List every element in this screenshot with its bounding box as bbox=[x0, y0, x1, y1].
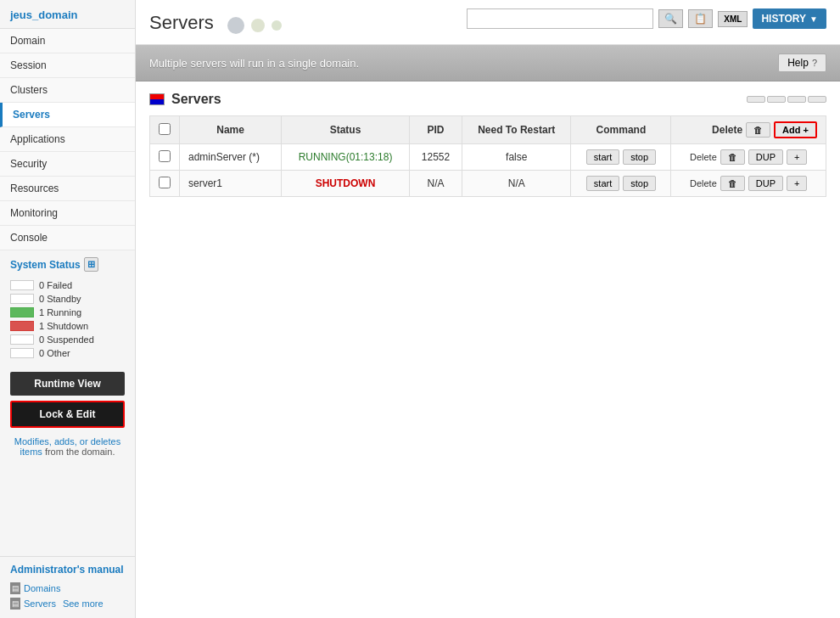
info-text: Multiple servers will run in a single do… bbox=[149, 57, 359, 70]
status-bar-shutdown bbox=[10, 321, 34, 331]
servers-section-title: Servers bbox=[149, 92, 221, 107]
node-button[interactable] bbox=[767, 96, 786, 103]
sidebar-nav-servers[interactable]: Servers bbox=[0, 103, 135, 127]
servers-table: Name Status PID Need To Restart Command … bbox=[149, 115, 826, 197]
row2-delete-label: Delete bbox=[690, 178, 717, 188]
plus-icon: + bbox=[804, 125, 809, 135]
main-content: Servers 🔍 📋 XML HISTORY ▼ bbox=[136, 0, 840, 618]
row2-checkbox-cell bbox=[150, 171, 180, 197]
row1-status: RUNNING(01:13:18) bbox=[282, 144, 410, 171]
select-all-checkbox[interactable] bbox=[159, 123, 171, 135]
decorative-circle-3 bbox=[272, 20, 282, 31]
row1-delete-button[interactable]: 🗑 bbox=[720, 149, 745, 165]
sidebar-nav-resources[interactable]: Resources bbox=[0, 177, 135, 201]
th-command: Command bbox=[571, 116, 671, 144]
sidebar-desc: Modifies, adds, or deletes items from th… bbox=[0, 436, 135, 464]
row1-checkbox[interactable] bbox=[159, 150, 171, 162]
manual-link-domains: ▤ Domains bbox=[10, 581, 125, 596]
status-standby: 0 Standby bbox=[10, 292, 125, 306]
group-button[interactable] bbox=[787, 96, 806, 103]
xml-button[interactable]: XML bbox=[718, 11, 748, 27]
row1-dup-button[interactable]: DUP bbox=[748, 149, 783, 165]
row1-command: start stop bbox=[571, 144, 671, 171]
sidebar-nav-security[interactable]: Security bbox=[0, 152, 135, 177]
status-bar-suspended bbox=[10, 334, 34, 345]
export-button[interactable]: 📋 bbox=[688, 9, 713, 28]
doc-icon-domains: ▤ bbox=[10, 582, 20, 594]
row2-command: start stop bbox=[571, 171, 671, 197]
sidebar-actions: Runtime View Lock & Edit bbox=[0, 363, 135, 436]
row1-stop-button[interactable]: stop bbox=[623, 149, 656, 165]
th-actions: Delete 🗑 Add + bbox=[671, 116, 826, 144]
server-flag-icon bbox=[149, 93, 165, 105]
row1-name: adminServer (*) bbox=[180, 144, 282, 171]
status-other: 0 Other bbox=[10, 346, 125, 360]
row1-start-button[interactable]: start bbox=[586, 149, 619, 165]
row2-dup-button[interactable]: DUP bbox=[748, 176, 783, 191]
row1-checkbox-cell bbox=[150, 144, 180, 171]
row2-add-button[interactable]: + bbox=[787, 176, 807, 191]
sidebar-nav-domain[interactable]: Domain bbox=[0, 29, 135, 53]
row2-start-button[interactable]: start bbox=[586, 176, 619, 191]
manual-title: Administrator's manual bbox=[10, 564, 125, 576]
row1-need-restart: false bbox=[462, 144, 571, 171]
status-bar-standby bbox=[10, 294, 34, 304]
settings-icon[interactable]: ⊞ bbox=[84, 257, 98, 272]
row2-need-restart: N/A bbox=[462, 171, 571, 197]
sidebar-domain[interactable]: jeus_domain bbox=[0, 0, 135, 29]
servers-section: Servers Name Status PID Need To R bbox=[136, 81, 840, 207]
row2-delete-button[interactable]: 🗑 bbox=[720, 176, 745, 191]
sidebar-nav-monitoring[interactable]: Monitoring bbox=[0, 201, 135, 226]
sidebar-nav-session[interactable]: Session bbox=[0, 53, 135, 78]
sidebar-nav-console[interactable]: Console bbox=[0, 226, 135, 250]
history-button[interactable]: HISTORY ▼ bbox=[753, 8, 826, 29]
row2-name: server1 bbox=[180, 171, 282, 197]
row1-pid: 12552 bbox=[409, 144, 462, 171]
th-name: Name bbox=[180, 116, 282, 144]
status-shutdown: 1 Shutdown bbox=[10, 319, 125, 333]
see-more-link[interactable]: See more bbox=[63, 598, 104, 609]
page-title: Servers bbox=[149, 5, 214, 41]
servers-header: Servers bbox=[149, 92, 826, 107]
status-bar-other bbox=[10, 348, 34, 358]
th-add-button[interactable]: Add + bbox=[774, 121, 817, 138]
row1-delete-label: Delete bbox=[690, 152, 717, 162]
lock-edit-button[interactable]: Lock & Edit bbox=[10, 401, 125, 428]
system-status-panel: 0 Failed 0 Standby 1 Running 1 Shutdown … bbox=[0, 275, 135, 363]
row2-status: SHUTDOWN bbox=[282, 171, 410, 197]
decorative-circle-2 bbox=[251, 19, 265, 32]
row2-stop-button[interactable]: stop bbox=[623, 176, 656, 191]
chevron-down-icon: ▼ bbox=[809, 14, 818, 24]
no-group-button[interactable] bbox=[747, 96, 765, 103]
sidebar-nav-clusters[interactable]: Clusters bbox=[0, 78, 135, 103]
doc-icon-servers: ▤ bbox=[10, 598, 20, 610]
status-suspended: 0 Suspended bbox=[10, 333, 125, 346]
search-input[interactable] bbox=[467, 8, 653, 29]
th-checkbox bbox=[150, 116, 180, 144]
th-status: Status bbox=[282, 116, 410, 144]
status-running: 1 Running bbox=[10, 306, 125, 319]
th-pid: PID bbox=[409, 116, 462, 144]
help-icon: ? bbox=[812, 58, 817, 68]
manual-link-servers: ▤ Servers See more bbox=[10, 596, 125, 611]
info-banner: Multiple servers will run in a single do… bbox=[136, 45, 840, 81]
row2-checkbox[interactable] bbox=[159, 177, 171, 188]
status-bar-failed bbox=[10, 280, 34, 290]
table-row: adminServer (*) RUNNING(01:13:18) 12552 … bbox=[150, 144, 826, 171]
sidebar-nav-applications[interactable]: Applications bbox=[0, 127, 135, 152]
row1-actions: Delete 🗑 DUP + bbox=[671, 144, 826, 171]
sidebar: jeus_domain Domain Session Clusters Serv… bbox=[0, 0, 136, 618]
system-status-title: System Status ⊞ bbox=[0, 250, 135, 275]
runtime-view-button[interactable]: Runtime View bbox=[10, 372, 125, 396]
th-need-restart: Need To Restart bbox=[462, 116, 571, 144]
help-button[interactable]: Help ? bbox=[778, 53, 826, 72]
status-bar-running bbox=[10, 307, 34, 317]
th-delete-button[interactable]: 🗑 bbox=[746, 122, 770, 138]
table-row: server1 SHUTDOWN N/A N/A start stop bbox=[150, 171, 826, 197]
search-button[interactable]: 🔍 bbox=[658, 9, 683, 28]
decorative-circle-1 bbox=[227, 17, 244, 34]
row1-add-button[interactable]: + bbox=[787, 149, 807, 165]
status-failed: 0 Failed bbox=[10, 278, 125, 292]
cluster-button[interactable] bbox=[808, 96, 826, 103]
group-buttons bbox=[747, 96, 826, 103]
